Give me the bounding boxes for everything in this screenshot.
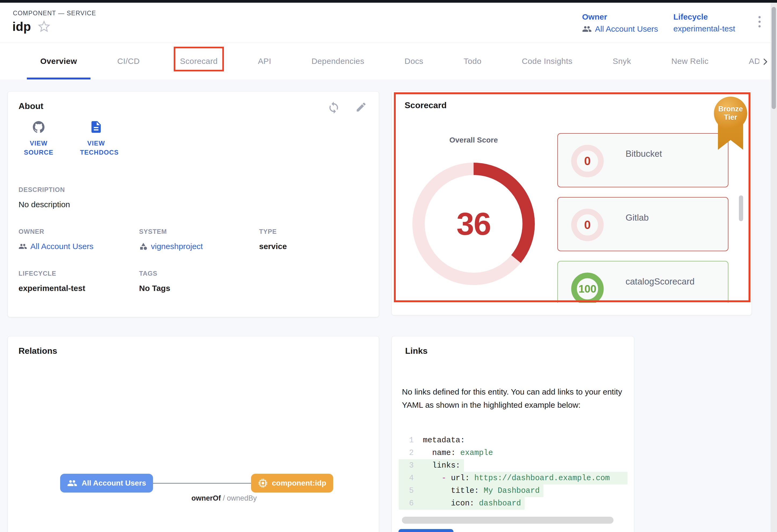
relations-card: Relations All Account Users component:id… (7, 336, 379, 532)
system-link[interactable]: vigneshproject (139, 242, 259, 251)
tab-todo[interactable]: Todo (464, 43, 482, 80)
tab-overview[interactable]: Overview (40, 43, 77, 80)
check-name: Gitlab (626, 213, 649, 251)
view-techdocs-label: VIEW TECHDOCS (80, 139, 112, 157)
header-lifecycle: Lifecycle experimental-test (673, 12, 735, 33)
page-title: idp (12, 19, 31, 34)
field-system: SYSTEM vigneshproject (139, 228, 259, 251)
edit-pencil-icon[interactable] (355, 101, 368, 114)
relations-title: Relations (18, 346, 57, 356)
github-icon (32, 120, 46, 134)
tabs-overflow-chevron-right-icon[interactable] (759, 56, 771, 68)
view-source-label: VIEW SOURCE (22, 139, 55, 157)
code-line-number: 6 (399, 497, 414, 510)
links-card: Links No links defined for this entity. … (392, 336, 634, 532)
scorecard-title: Scorecard (405, 100, 447, 110)
tab-api[interactable]: API (258, 43, 271, 80)
field-description: DESCRIPTION No description (18, 186, 368, 209)
entity-tab-bar: OverviewCI/CDScorecardAPIDependenciesDoc… (0, 43, 777, 80)
code-line-4: 4 - url: https://dashboard.example.com (399, 472, 628, 485)
check-score-value: 0 (569, 142, 606, 180)
lifecycle-value: experimental-test (673, 24, 735, 33)
field-tags: TAGS No Tags (139, 270, 259, 293)
code-line-number: 3 (399, 459, 414, 472)
owner-link[interactable]: All Account Users (18, 242, 139, 251)
people-icon (582, 24, 592, 34)
code-line-6: 6 icon: dashboard (399, 497, 525, 510)
relation-node-owner[interactable]: All Account Users (60, 474, 153, 493)
scorecard-check-catalogscorecard[interactable]: 100 catalogScorecard (557, 261, 729, 303)
check-score-value: 100 (569, 270, 606, 303)
links-empty-message: No links defined for this entity. You ca… (402, 385, 630, 411)
entity-header: COMPONENT — SERVICE idp Owner All Accoun… (0, 3, 777, 43)
code-line-3: 3 links: (399, 459, 464, 472)
breadcrumb: COMPONENT — SERVICE (13, 10, 96, 17)
top-window-strip (0, 0, 777, 3)
relation-node-component[interactable]: component:idp (251, 474, 333, 493)
techdocs-document-icon (89, 120, 103, 134)
owner-value[interactable]: All Account Users (582, 24, 658, 34)
tab-code-insights[interactable]: Code Insights (522, 43, 572, 80)
favorite-star-icon[interactable] (38, 20, 50, 33)
page-title-row: idp (12, 19, 50, 34)
links-action-button[interactable] (399, 529, 453, 532)
overall-score-label: Overall Score (407, 136, 541, 144)
owner-label: Owner (582, 12, 658, 21)
code-line-2: 2 name: example (399, 447, 497, 459)
check-score-ring: 100 (569, 270, 606, 303)
scorecard-tab-annotation (174, 47, 224, 72)
entity-page: COMPONENT — SERVICE idp Owner All Accoun… (0, 0, 777, 532)
about-fields: DESCRIPTION No description OWNER All Acc… (18, 186, 368, 293)
tab-ad[interactable]: AD (749, 43, 760, 80)
field-type: TYPE service (259, 228, 368, 251)
people-icon (18, 242, 27, 251)
scorecard-check-list: 0 Bitbucket 0 Gitlab 100 catalogScorecar… (557, 133, 729, 303)
code-line-number: 1 (399, 434, 414, 447)
relation-edge-line (153, 483, 251, 484)
about-actions (327, 101, 368, 114)
overall-score-donut: 36 (407, 157, 541, 291)
about-card: About VIEW SOURCE (7, 91, 379, 317)
scorecard-card: Scorecard Overall Score 36 0 Bitbucket 0 (392, 91, 752, 315)
bronze-tier-badge: Bronze Tier (714, 97, 747, 153)
tab-new-relic[interactable]: New Relic (671, 43, 708, 80)
links-title: Links (405, 346, 428, 356)
page-scrollbar-thumb[interactable] (772, 7, 776, 109)
refresh-icon[interactable] (327, 101, 340, 114)
relation-edge-label: ownerOf / ownedBy (192, 494, 257, 503)
tab-ci-cd[interactable]: CI/CD (117, 43, 140, 80)
tab-snyk[interactable]: Snyk (613, 43, 631, 80)
overview-content: About VIEW SOURCE (0, 80, 777, 532)
tab-docs[interactable]: Docs (405, 43, 423, 80)
view-source-link[interactable]: VIEW SOURCE (18, 120, 59, 157)
check-name: catalogScorecard (626, 276, 694, 303)
overall-score-value: 36 (407, 157, 541, 291)
check-score-ring: 0 (569, 142, 606, 180)
system-category-icon (139, 242, 148, 251)
check-score-value: 0 (569, 206, 606, 244)
people-icon (67, 478, 77, 488)
scorecard-check-gitlab[interactable]: 0 Gitlab (557, 197, 729, 251)
view-techdocs-link[interactable]: VIEW TECHDOCS (76, 120, 116, 157)
yaml-example-code: 1metadata:2 name: example3 links:4 - url… (399, 434, 628, 510)
about-title: About (18, 101, 43, 111)
page-scrollbar (771, 3, 777, 532)
tab-scorecard[interactable]: Scorecard (180, 43, 217, 80)
code-line-1: 1metadata: (399, 434, 469, 447)
code-line-number: 4 (399, 472, 414, 485)
about-quick-links: VIEW SOURCE VIEW TECHDOCS (18, 120, 116, 157)
badge-medal: Bronze Tier (714, 97, 747, 130)
microchip-icon (258, 478, 268, 488)
more-options-kebab-icon[interactable] (756, 16, 764, 27)
code-line-number: 2 (399, 447, 414, 459)
tab-dependencies[interactable]: Dependencies (312, 43, 364, 80)
code-horizontal-scrollbar[interactable] (402, 517, 614, 524)
scorecard-list-scrollbar[interactable] (739, 195, 743, 221)
header-owner: Owner All Account Users (582, 12, 658, 34)
check-score-ring: 0 (569, 206, 606, 244)
check-name: Bitbucket (626, 149, 662, 187)
code-line-5: 5 title: My Dashboard (399, 485, 543, 497)
field-lifecycle: LIFECYCLE experimental-test (18, 270, 139, 293)
scorecard-check-bitbucket[interactable]: 0 Bitbucket (557, 133, 729, 187)
code-line-number: 5 (399, 485, 414, 497)
